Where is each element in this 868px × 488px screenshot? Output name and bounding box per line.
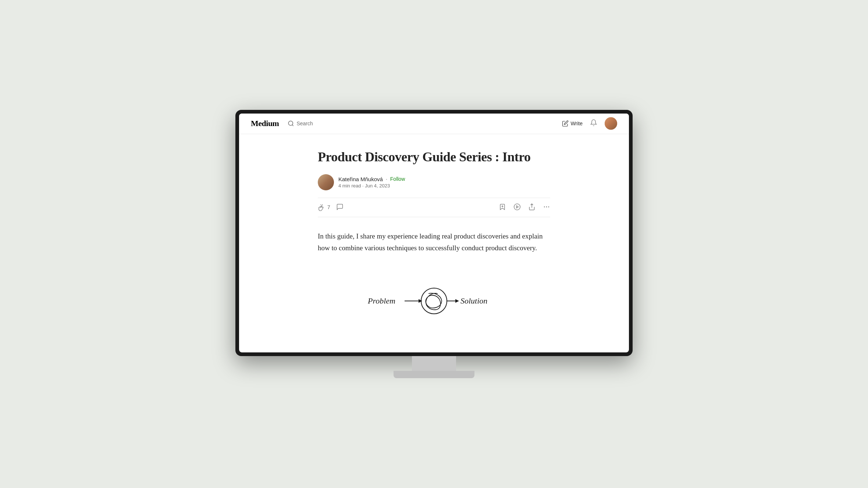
svg-point-8 <box>546 206 547 207</box>
clap-button[interactable]: 7 <box>318 204 330 211</box>
monitor-frame: Medium Search Write <box>235 110 633 356</box>
user-avatar[interactable] <box>605 117 617 130</box>
svg-text:Solution: Solution <box>460 296 487 305</box>
author-name-row: Kateřina Mňuková · Follow <box>338 176 405 182</box>
read-time: 4 min read <box>338 183 361 189</box>
svg-point-0 <box>289 121 293 125</box>
publish-date: Jun 4, 2023 <box>365 183 390 189</box>
problem-solution-diagram: Problem <box>364 279 504 323</box>
author-row: Kateřina Mňuková · Follow 4 min read · J… <box>318 174 550 190</box>
bookmark-icon <box>499 203 506 211</box>
diagram-container: Problem <box>318 272 550 330</box>
svg-point-7 <box>544 206 545 207</box>
more-icon <box>543 203 550 211</box>
share-icon <box>528 203 536 211</box>
action-bar: 7 <box>318 198 550 217</box>
nav-right: Write <box>562 117 617 130</box>
search-icon <box>288 120 294 127</box>
action-bar-right <box>499 203 550 212</box>
bell-icon <box>590 119 597 126</box>
listen-button[interactable] <box>513 203 521 212</box>
play-icon <box>513 203 521 211</box>
author-info: Kateřina Mňuková · Follow 4 min read · J… <box>338 176 405 189</box>
write-icon <box>562 120 569 127</box>
notifications-button[interactable] <box>590 119 597 128</box>
share-button[interactable] <box>528 203 536 212</box>
clap-count: 7 <box>327 204 330 210</box>
svg-line-1 <box>292 125 294 126</box>
article-body: In this guide, I share my experience lea… <box>318 230 550 254</box>
action-bar-left: 7 <box>318 203 499 212</box>
author-avatar[interactable] <box>318 174 334 190</box>
article-container: Product Discovery Guide Series : Intro K… <box>309 134 559 353</box>
follow-button[interactable]: Follow <box>390 176 405 182</box>
comment-button[interactable] <box>336 203 344 212</box>
clap-icon <box>318 204 325 211</box>
article-meta: 4 min read · Jun 4, 2023 <box>338 183 405 189</box>
more-button[interactable] <box>543 203 550 212</box>
svg-point-4 <box>514 204 520 210</box>
write-button[interactable]: Write <box>562 120 583 127</box>
svg-marker-12 <box>419 299 422 303</box>
save-button[interactable] <box>499 203 506 212</box>
svg-point-9 <box>548 206 549 207</box>
svg-marker-16 <box>455 299 459 303</box>
search-placeholder: Search <box>296 121 313 126</box>
svg-text:Problem: Problem <box>367 296 395 305</box>
site-logo[interactable]: Medium <box>251 119 279 128</box>
comment-icon <box>336 203 344 211</box>
avatar-image <box>605 117 617 130</box>
author-separator: · <box>386 176 387 182</box>
monitor-stand-base <box>394 371 474 378</box>
article-title: Product Discovery Guide Series : Intro <box>318 149 550 165</box>
author-name[interactable]: Kateřina Mňuková <box>338 176 383 182</box>
monitor-screen: Medium Search Write <box>239 114 629 353</box>
write-label: Write <box>571 121 583 126</box>
navbar: Medium Search Write <box>239 114 629 134</box>
monitor-stand-neck <box>412 356 456 371</box>
search-bar[interactable]: Search <box>288 120 562 127</box>
svg-marker-5 <box>516 205 518 208</box>
